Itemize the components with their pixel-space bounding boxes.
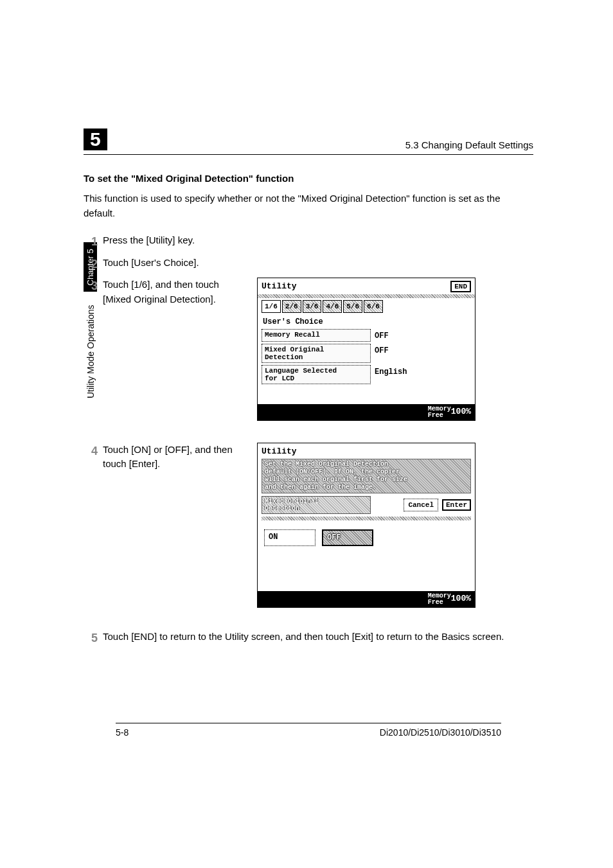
memory-recall-button[interactable]: Memory Recall (262, 329, 371, 342)
step-2-text: Touch [User's Choice]. (103, 257, 199, 268)
section-label: 5.3 Changing Default Settings (405, 139, 533, 150)
section-heading: To set the "Mixed Original Detection" fu… (84, 173, 533, 184)
language-selected-button[interactable]: Language Selected for LCD (262, 365, 371, 384)
steps-list: Press the [Utility] key. Touch [User's C… (84, 233, 533, 644)
step-1: Press the [Utility] key. (84, 233, 533, 248)
mixed-original-detection-button[interactable]: Mixed Original Detection (262, 344, 371, 363)
mixed-original-detection-value: OFF (375, 344, 389, 363)
off-button[interactable]: OFF (322, 529, 373, 546)
step-5-text: Touch [END] to return to the Utility scr… (103, 631, 504, 642)
on-button[interactable]: ON (264, 529, 315, 546)
step-4: Touch [ON] or [OFF], and then touch [Ent… (84, 443, 533, 608)
memory-recall-value: OFF (375, 329, 389, 342)
enter-button[interactable]: Enter (442, 499, 471, 511)
tab-4-6[interactable]: 4/6 (323, 300, 342, 314)
language-selected-value: English (375, 365, 407, 384)
header-rule (84, 154, 533, 155)
mixed-original-detection-label: Mixed Original Detection (262, 496, 371, 514)
step-5: Touch [END] to return to the Utility scr… (84, 630, 533, 644)
tab-3-6[interactable]: 3/6 (303, 300, 322, 314)
users-choice-label: User's Choice (258, 315, 475, 329)
tab-5-6[interactable]: 5/6 (343, 300, 362, 314)
step-2: Touch [User's Choice]. (84, 256, 533, 270)
memory-free-value: 100% (451, 407, 471, 416)
screenshot-users-choice: Utility END 1/6 2/6 3/6 4/6 5/6 6/6 Us (257, 278, 475, 421)
page-header: 5 5.3 Changing Default Settings (84, 128, 533, 150)
page-tabs: 1/6 2/6 3/6 4/6 5/6 6/6 (258, 298, 475, 315)
page-number: 5-8 (116, 727, 129, 738)
step-3: Touch [1/6], and then touch [Mixed Origi… (84, 278, 533, 421)
cancel-button[interactable]: Cancel (404, 499, 438, 512)
step-1-text: Press the [Utility] key. (103, 235, 195, 245)
screen2-title: Utility (262, 445, 297, 458)
memory-free-footer: Memory Free100% (258, 591, 475, 607)
memory-free-value: 100% (451, 594, 471, 603)
tab-2-6[interactable]: 2/6 (282, 300, 301, 314)
memory-free-footer: Memory Free100% (258, 404, 475, 420)
screen1-title: Utility (262, 280, 297, 293)
tab-1-6[interactable]: 1/6 (262, 300, 281, 314)
step-4-text: Touch [ON] or [OFF], and then touch [Ent… (103, 443, 244, 472)
tab-6-6[interactable]: 6/6 (364, 300, 383, 314)
chapter-number-badge: 5 (84, 128, 107, 150)
step-3-text: Touch [1/6], and then touch [Mixed Origi… (103, 278, 244, 306)
memory-free-label: Memory Free (428, 593, 451, 606)
intro-paragraph: This function is used to specify whether… (84, 191, 533, 220)
page-footer: 5-8 Di2010/Di2510/Di3010/Di3510 (116, 723, 501, 738)
screenshot-mixed-original-setting: Utility Set the Mixed Original Detection… (257, 443, 475, 608)
end-button[interactable]: END (450, 281, 471, 292)
model-line: Di2010/Di2510/Di3010/Di3510 (380, 727, 501, 738)
memory-free-label: Memory Free (428, 406, 451, 419)
instruction-message: Set the Mixed Original Detection default… (262, 459, 471, 493)
